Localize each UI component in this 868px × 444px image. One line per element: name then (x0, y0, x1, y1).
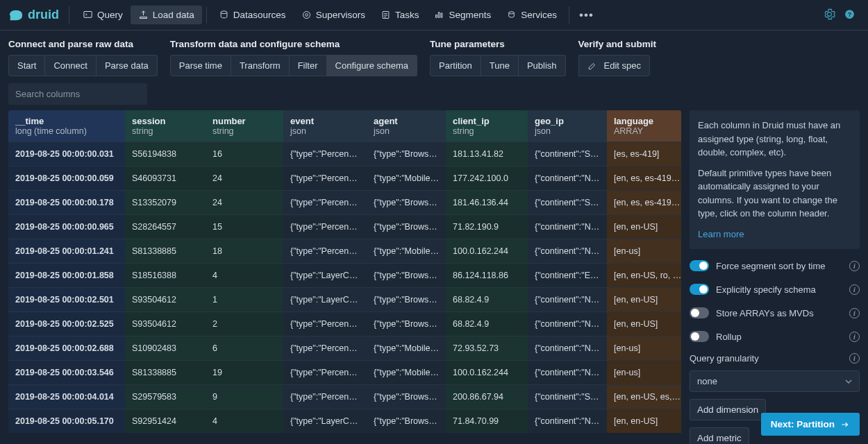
cell: [en, es, es-419, es-US] (607, 191, 681, 215)
cell: {"type":"PercentClear" (283, 142, 367, 166)
cell: 2019-08-25 00:00:02.688 (8, 336, 125, 361)
col-language[interactable]: languageARRAY (607, 110, 681, 142)
cell: {"type":"Browser",… (367, 409, 446, 434)
info-icon[interactable]: i (849, 353, 860, 364)
table-row: 2019-08-25 00:00:00.059S4609373124{"type… (8, 166, 681, 191)
nav-supervisors[interactable]: Supervisors (294, 6, 373, 24)
nav-load-data[interactable]: Load data (131, 6, 202, 24)
cell: [en, en-US] (607, 288, 681, 312)
step-parse-data[interactable]: Parse data (97, 55, 158, 76)
settings-icon[interactable] (819, 4, 840, 26)
col-event[interactable]: eventjson (283, 110, 367, 142)
cell: {"continent":"Nor… (528, 409, 607, 434)
cell: 19 (206, 361, 283, 385)
add-metric-button[interactable]: Add metric (690, 427, 749, 444)
cell: 86.124.118.86 (446, 264, 528, 288)
nav-datasources[interactable]: Datasources (211, 6, 294, 24)
brand-logo[interactable]: druid (8, 6, 69, 24)
cell: {"type":"Browser",… (367, 312, 446, 336)
toggle[interactable] (690, 260, 709, 271)
col-client_ip[interactable]: client_ipstring (446, 110, 528, 142)
help-text-1: Each column in Druid must have an assign… (698, 119, 851, 160)
step-configure-schema[interactable]: Configure schema (327, 55, 418, 76)
cell: {"continent":"Nor… (528, 336, 607, 361)
step-publish[interactable]: Publish (519, 55, 566, 76)
toggle[interactable] (690, 331, 709, 342)
cell: [en, en-US] (607, 215, 681, 239)
cell: {"type":"Browser",… (367, 264, 446, 288)
wizard-group-label: Tune parameters (430, 39, 566, 51)
cell: [en, en-US, es, es-ES] (607, 385, 681, 409)
query-granularity-select[interactable]: none (690, 370, 860, 392)
col-session[interactable]: sessionstring (125, 110, 206, 142)
step-partition[interactable]: Partition (430, 55, 481, 76)
cell: 181.13.41.82 (446, 142, 528, 166)
add-dimension-button[interactable]: Add dimension (690, 399, 766, 420)
cell: [en-us] (607, 239, 681, 264)
step-edit-spec[interactable]: Edit spec (578, 55, 650, 76)
upload-icon (138, 10, 149, 20)
toggle[interactable] (690, 284, 709, 295)
cell: 100.0.162.244 (446, 361, 528, 385)
nav-tasks[interactable]: Tasks (373, 6, 427, 24)
nav-services[interactable]: Services (499, 6, 565, 24)
col-agent[interactable]: agentjson (367, 110, 446, 142)
wizard-group-label: Verify and submit (578, 39, 657, 51)
cell: 6 (206, 336, 283, 361)
cell: {"continent":"Sou… (528, 191, 607, 215)
learn-more-link[interactable]: Learn more (698, 228, 851, 241)
info-icon[interactable]: i (849, 308, 860, 318)
step-start[interactable]: Start (8, 55, 45, 76)
nav-segments[interactable]: Segments (426, 6, 499, 24)
cell: 68.82.4.9 (446, 288, 528, 312)
cell: S10902483 (125, 336, 206, 361)
switch-label: Force segment sort by time (716, 261, 842, 271)
cell: 4 (206, 264, 283, 288)
cell: 2019-08-25 00:00:00.178 (8, 191, 125, 215)
info-icon[interactable]: i (849, 261, 860, 271)
switch-label: Rollup (716, 332, 842, 342)
cell: [en, es, es-419, es-MX (607, 166, 681, 191)
col-geo_ip[interactable]: geo_ipjson (528, 110, 607, 142)
more-menu[interactable]: ••• (574, 8, 599, 22)
help-text-2: Default primitive types have been automa… (698, 166, 851, 221)
wizard-steps: Connect and parse raw dataStartConnectPa… (0, 31, 868, 83)
toggle[interactable] (690, 307, 709, 318)
cell: 2019-08-25 00:00:00.965 (8, 215, 125, 239)
next-partition-button[interactable]: Next: Partition (761, 413, 860, 436)
cell: 2019-08-25 00:00:01.858 (8, 264, 125, 288)
cell: {"continent":"Nor… (528, 312, 607, 336)
step-transform[interactable]: Transform (231, 55, 290, 76)
search-input[interactable] (8, 83, 147, 105)
switch-label: Store ARRAYs as MVDs (716, 308, 842, 318)
schema-panel: Each column in Druid must have an assign… (690, 110, 860, 444)
console-icon (83, 10, 93, 20)
table-row: 2019-08-25 00:00:01.241S8133888518{"type… (8, 239, 681, 264)
cell: S46093731 (125, 166, 206, 191)
cell: {"type":"PercentClear" (283, 312, 367, 336)
step-tune[interactable]: Tune (481, 55, 519, 76)
step-filter[interactable]: Filter (290, 55, 327, 76)
step-connect[interactable]: Connect (45, 55, 96, 76)
cell: 2019-08-25 00:00:05.170 (8, 409, 125, 434)
top-nav: druid QueryLoad dataDatasourcesSuperviso… (0, 0, 868, 31)
cell: 4 (206, 409, 283, 434)
schema-help-box: Each column in Druid must have an assign… (690, 110, 860, 249)
nav-query[interactable]: Query (75, 6, 131, 24)
cell: 71.84.70.99 (446, 409, 528, 434)
cell: {"continent":"Nor… (528, 288, 607, 312)
svg-point-3 (303, 12, 310, 19)
cell: 181.46.136.44 (446, 191, 528, 215)
info-icon[interactable]: i (849, 332, 860, 342)
query-granularity-value: none (697, 376, 717, 386)
help-icon[interactable]: ? (840, 4, 860, 26)
cell: 2019-08-25 00:00:00.031 (8, 142, 125, 166)
col-__time[interactable]: __timelong (time column) (8, 110, 125, 142)
table-row: 2019-08-25 00:00:04.014S295795839{"type"… (8, 385, 681, 409)
col-number[interactable]: numberstring (206, 110, 283, 142)
info-icon[interactable]: i (849, 284, 860, 295)
step-parse-time[interactable]: Parse time (170, 55, 231, 76)
cell: {"type":"Browser",… (367, 385, 446, 409)
cell: [en, en-US] (607, 409, 681, 434)
cell: 2019-08-25 00:00:04.014 (8, 385, 125, 409)
